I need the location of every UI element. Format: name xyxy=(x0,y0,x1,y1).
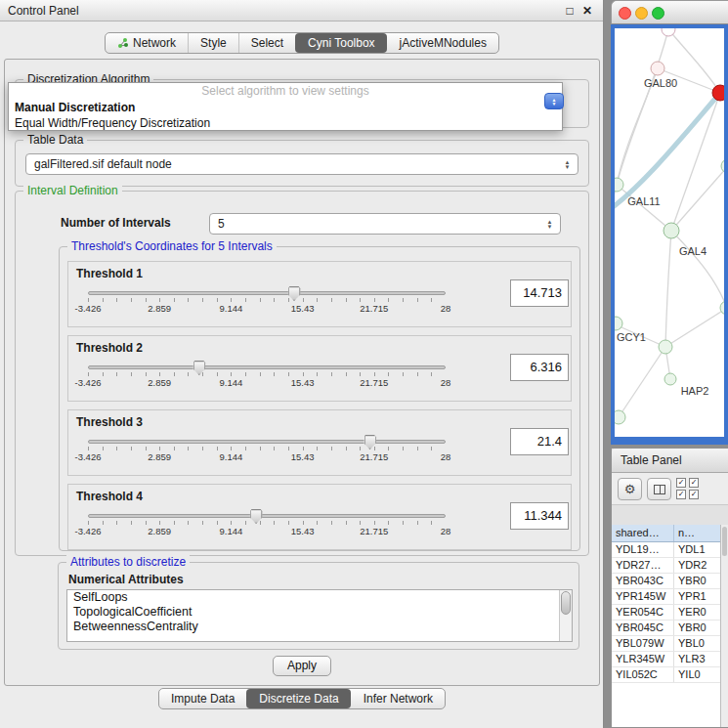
column-header-shared-name[interactable]: shared… xyxy=(612,525,674,541)
network-node-selected[interactable] xyxy=(712,85,724,101)
network-node-hap2[interactable] xyxy=(664,373,676,385)
table-row[interactable]: YBL079WYBL0 xyxy=(612,636,721,652)
network-node-gal80[interactable] xyxy=(651,62,664,75)
threshold-2-block: Threshold 2 -3.426 2.859 9.144 15.43 xyxy=(67,335,572,402)
cell[interactable]: YER0 xyxy=(674,605,721,620)
cell[interactable]: YDR27… xyxy=(612,558,674,573)
slider-track[interactable] xyxy=(88,365,446,369)
network-node-gcy1[interactable] xyxy=(615,317,622,330)
dropdown-option-equal-width-frequency[interactable]: Equal Width/Frequency Discretization xyxy=(9,115,562,131)
checkbox-checked[interactable]: ✓ xyxy=(676,490,686,499)
slider-scale: -3.426 2.859 9.144 15.43 21.715 28 xyxy=(88,303,446,315)
slider-track[interactable] xyxy=(88,440,446,444)
tab-infer-network[interactable]: Infer Network xyxy=(351,689,445,708)
column-header-name[interactable]: n… xyxy=(674,525,721,541)
tab-discretize-data[interactable]: Discretize Data xyxy=(246,689,350,708)
number-of-intervals-combobox[interactable]: 5 ▲▼ xyxy=(209,213,561,235)
table-row[interactable]: YER054CYER0 xyxy=(612,605,721,621)
cell[interactable]: YPR145W xyxy=(612,589,674,604)
cell[interactable]: YBR045C xyxy=(612,621,674,635)
minimize-traffic-light[interactable] xyxy=(635,7,648,20)
scale-label: 15.43 xyxy=(291,303,315,314)
network-canvas[interactable]: GAL80 GAL11 GAL4 GCY1 HAP2 xyxy=(615,28,724,437)
threshold-4-value-field[interactable]: 11.344 xyxy=(510,502,569,530)
scale-label: 15.43 xyxy=(291,377,315,388)
tab-cyni-toolbox[interactable]: Cyni Toolbox xyxy=(295,33,386,53)
tab-network-label: Network xyxy=(133,36,176,50)
table-row[interactable]: YBR043CYBR0 xyxy=(612,574,721,589)
cell[interactable]: YBR043C xyxy=(612,574,674,588)
threshold-1-value-field[interactable]: 14.713 xyxy=(510,279,569,307)
table-row[interactable]: YDR27…YDR2 xyxy=(612,558,721,574)
cell[interactable]: YIL0 xyxy=(674,667,721,682)
cell[interactable]: YER054C xyxy=(612,605,674,620)
tab-impute-data[interactable]: Impute Data xyxy=(159,689,246,708)
node-label-gal11: GAL11 xyxy=(627,195,660,207)
tab-style[interactable]: Style xyxy=(188,33,238,53)
threshold-1-slider[interactable]: -3.426 2.859 9.144 15.43 21.715 28 xyxy=(88,291,446,315)
cell[interactable]: YIL052C xyxy=(612,667,674,682)
table-row[interactable]: YPR145WYPR1 xyxy=(612,589,721,605)
tab-jactivemodules[interactable]: jActiveMNodules xyxy=(387,33,498,53)
cell[interactable]: YPR1 xyxy=(674,589,721,604)
cell[interactable]: YBR0 xyxy=(674,574,721,588)
table-row[interactable]: YLR345WYLR3 xyxy=(612,652,721,667)
network-node[interactable] xyxy=(721,159,724,173)
table-panel-window: Table Panel ⚙ ✓ ✓ ✓ ✓ shared… n… YDL19…Y… xyxy=(611,448,728,728)
slider-ticks xyxy=(88,447,446,450)
network-node-gal4[interactable] xyxy=(664,223,679,238)
cell[interactable]: YBL079W xyxy=(612,636,674,651)
threshold-4-slider[interactable]: -3.426 2.859 9.144 15.43 21.715 28 xyxy=(88,514,446,537)
network-node[interactable] xyxy=(615,410,625,424)
cell[interactable]: YDR2 xyxy=(674,558,721,573)
dropdown-option-manual-discretization[interactable]: Manual Discretization xyxy=(9,100,562,115)
cell[interactable]: YBL0 xyxy=(674,636,721,651)
node-label-gal80: GAL80 xyxy=(644,77,677,89)
tab-select[interactable]: Select xyxy=(238,33,295,53)
scrollbar-thumb[interactable] xyxy=(722,527,727,556)
cell[interactable]: YBR0 xyxy=(674,621,721,635)
apply-button[interactable]: Apply xyxy=(273,656,331,676)
float-window-icon[interactable]: □ xyxy=(562,0,578,21)
threshold-2-slider[interactable]: -3.426 2.859 9.144 15.43 21.715 28 xyxy=(88,365,446,389)
close-icon[interactable]: ✕ xyxy=(579,0,595,21)
table-data-combobox[interactable]: galFiltered.sif default node ▲▼ xyxy=(25,153,578,175)
numerical-attributes-label: Numerical Attributes xyxy=(68,573,184,586)
threshold-2-value-field[interactable]: 6.316 xyxy=(510,354,569,381)
cell[interactable]: YDL19… xyxy=(612,542,674,557)
table-row[interactable]: YDL19…YDL1 xyxy=(612,542,721,558)
table-header-row: shared… n… xyxy=(612,525,721,542)
tab-network[interactable]: Network xyxy=(106,33,188,53)
list-item[interactable]: SelfLoops xyxy=(67,590,572,605)
cell[interactable]: YLR345W xyxy=(612,652,674,666)
network-node[interactable] xyxy=(720,301,724,315)
scrollbar-thumb[interactable] xyxy=(561,591,571,615)
cell[interactable]: YLR3 xyxy=(674,652,721,666)
list-item[interactable]: TopologicalCoefficient xyxy=(67,605,572,620)
threshold-3-slider[interactable]: -3.426 2.859 9.144 15.43 21.715 28 xyxy=(88,440,446,463)
dropdown-prompt-item[interactable]: Select algorithm to view settings xyxy=(9,83,562,100)
table-row[interactable]: YIL052CYIL0 xyxy=(612,667,721,683)
checkbox-checked[interactable]: ✓ xyxy=(676,478,686,488)
slider-ticks xyxy=(88,521,446,525)
slider-track[interactable] xyxy=(88,514,446,518)
slider-track[interactable] xyxy=(88,291,446,295)
table-settings-button[interactable]: ⚙ xyxy=(618,478,642,500)
table-scrollbar[interactable] xyxy=(720,525,728,727)
checkbox-checked[interactable]: ✓ xyxy=(689,478,699,488)
table-row[interactable]: YBR045CYBR0 xyxy=(612,621,721,636)
network-node-gal11[interactable] xyxy=(615,178,623,192)
close-traffic-light[interactable] xyxy=(619,7,631,20)
threshold-3-value-field[interactable]: 21.4 xyxy=(510,428,569,455)
network-node[interactable] xyxy=(659,340,672,354)
tab-style-label: Style xyxy=(200,36,227,50)
show-columns-button[interactable] xyxy=(647,478,671,500)
algorithm-combo-stepper[interactable]: ▲▼ xyxy=(544,93,564,109)
cell[interactable]: YDL1 xyxy=(674,542,721,557)
tab-jactivemodules-label: jActiveMNodules xyxy=(400,36,487,50)
list-item[interactable]: BetweennessCentrality xyxy=(67,620,572,634)
zoom-traffic-light[interactable] xyxy=(652,7,664,20)
top-tab-bar: Network Style Select Cyni Toolbox jActiv… xyxy=(0,32,604,54)
list-scrollbar[interactable] xyxy=(559,590,572,641)
checkbox-checked[interactable]: ✓ xyxy=(689,490,699,499)
